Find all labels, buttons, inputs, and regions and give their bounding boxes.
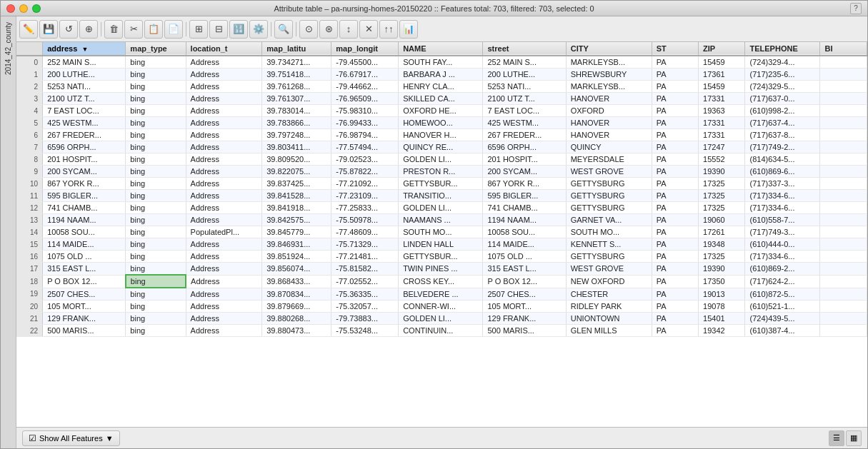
cell-address[interactable]: 595 BIGLER... xyxy=(43,190,126,202)
cell-ST[interactable]: PA xyxy=(652,288,698,301)
cell-map_latitu[interactable]: 39.822075... xyxy=(262,166,331,178)
search-button[interactable]: 🔍 xyxy=(274,20,293,39)
cell-NAME[interactable]: SOUTH MO... xyxy=(399,226,483,238)
cell-TELEPHONE[interactable]: (724)439-5... xyxy=(745,313,820,325)
cell-NAME[interactable]: GOLDEN LI... xyxy=(399,153,483,166)
reload-button[interactable]: ↺ xyxy=(59,20,78,39)
cell-BI[interactable] xyxy=(820,141,867,153)
cell-BI[interactable] xyxy=(820,166,867,178)
cell-location_t[interactable]: Address xyxy=(186,56,262,69)
copy-button[interactable]: 📋 xyxy=(144,20,163,39)
cell-location_t[interactable]: Address xyxy=(186,288,262,301)
cell-location_t[interactable]: Address xyxy=(186,117,262,129)
cell-address[interactable]: 201 HOSPIT... xyxy=(43,153,126,166)
cell-location_t[interactable]: Address xyxy=(186,81,262,93)
cell-map_type[interactable]: bing xyxy=(126,313,186,325)
cell-ZIP[interactable]: 19060 xyxy=(699,214,745,226)
cell-street[interactable]: 114 MAIDE... xyxy=(483,238,566,251)
cell-ZIP[interactable]: 17325 xyxy=(699,251,745,263)
open-calc-button[interactable]: 🔢 xyxy=(229,20,248,39)
cell-TELEPHONE[interactable]: (717)637-8... xyxy=(745,129,820,141)
cell-map_type[interactable]: bing xyxy=(126,153,186,166)
cell-location_t[interactable]: Address xyxy=(186,251,262,263)
copy-to-clipboard-button[interactable]: 📊 xyxy=(399,20,418,39)
cell-map_latitu[interactable]: 39.797248... xyxy=(262,129,331,141)
col-header-city[interactable]: CITY xyxy=(566,42,652,56)
cell-CITY[interactable]: UNIONTOWN xyxy=(566,313,652,325)
cell-map_latitu[interactable]: 39.846931... xyxy=(262,238,331,251)
cell-TELEPHONE[interactable]: (717)637-0... xyxy=(745,93,820,105)
cell-TELEPHONE[interactable]: (610)444-0... xyxy=(745,238,820,251)
cell-ZIP[interactable]: 15459 xyxy=(699,81,745,93)
cell-map_type[interactable]: bing xyxy=(126,275,186,288)
cell-ST[interactable]: PA xyxy=(652,153,698,166)
cell-map_longit[interactable]: -75.53248... xyxy=(331,325,399,337)
cell-map_latitu[interactable]: 39.783866... xyxy=(262,117,331,129)
cell-map_latitu[interactable]: 39.751418... xyxy=(262,69,331,81)
col-header-map-longit[interactable]: map_longit xyxy=(331,42,399,56)
cell-map_longit[interactable]: -77.23109... xyxy=(331,190,399,202)
cell-location_t[interactable]: Address xyxy=(186,166,262,178)
cell-BI[interactable] xyxy=(820,313,867,325)
minimize-button[interactable] xyxy=(19,4,28,13)
cell-NAME[interactable]: OXFORD HE... xyxy=(399,105,483,117)
cell-street[interactable]: 2100 UTZ T... xyxy=(483,93,566,105)
cell-address[interactable]: 105 MORT... xyxy=(43,301,126,313)
cell-street[interactable]: 1075 OLD ... xyxy=(483,251,566,263)
cell-address[interactable]: 114 MAIDE... xyxy=(43,238,126,251)
cell-NAME[interactable]: TRANSITIO... xyxy=(399,190,483,202)
cell-BI[interactable] xyxy=(820,238,867,251)
cell-address[interactable]: 129 FRANK... xyxy=(43,313,126,325)
cell-NAME[interactable]: BELVEDERE ... xyxy=(399,288,483,301)
cell-map_type[interactable]: bing xyxy=(126,325,186,337)
cell-BI[interactable] xyxy=(820,275,867,288)
cell-ST[interactable]: PA xyxy=(652,178,698,190)
save-button[interactable]: 💾 xyxy=(39,20,58,39)
cell-location_t[interactable]: Address xyxy=(186,153,262,166)
cell-map_longit[interactable]: -75.50978... xyxy=(331,214,399,226)
cell-map_longit[interactable]: -77.57494... xyxy=(331,141,399,153)
cell-street[interactable]: 200 SYCAM... xyxy=(483,166,566,178)
cell-street[interactable]: 201 HOSPIT... xyxy=(483,153,566,166)
cell-CITY[interactable]: GARNET VA... xyxy=(566,214,652,226)
col-header-map-type[interactable]: map_type xyxy=(126,42,186,56)
cell-CITY[interactable]: NEW OXFORD xyxy=(566,275,652,288)
cell-ST[interactable]: PA xyxy=(652,226,698,238)
cell-address[interactable]: 2100 UTZ T... xyxy=(43,93,126,105)
cell-location_t[interactable]: PopulatedPl... xyxy=(186,226,262,238)
cell-map_latitu[interactable]: 39.837425... xyxy=(262,178,331,190)
cell-address[interactable]: 6596 ORPH... xyxy=(43,141,126,153)
cell-location_t[interactable]: Address xyxy=(186,301,262,313)
cell-ST[interactable]: PA xyxy=(652,263,698,276)
cell-ZIP[interactable]: 19390 xyxy=(699,166,745,178)
cell-map_latitu[interactable]: 39.880473... xyxy=(262,325,331,337)
cell-map_type[interactable]: bing xyxy=(126,178,186,190)
cell-street[interactable]: 867 YORK R... xyxy=(483,178,566,190)
cell-map_type[interactable]: bing xyxy=(126,166,186,178)
cell-ST[interactable]: PA xyxy=(652,166,698,178)
cell-map_type[interactable]: bing xyxy=(126,69,186,81)
cell-map_latitu[interactable]: 39.841528... xyxy=(262,190,331,202)
cell-map_latitu[interactable]: 39.868433... xyxy=(262,275,331,288)
cell-BI[interactable] xyxy=(820,214,867,226)
cell-ZIP[interactable]: 15552 xyxy=(699,153,745,166)
cell-map_latitu[interactable]: 39.761268... xyxy=(262,81,331,93)
cell-ST[interactable]: PA xyxy=(652,313,698,325)
cell-TELEPHONE[interactable]: (610)872-5... xyxy=(745,288,820,301)
cell-ST[interactable]: PA xyxy=(652,275,698,288)
cell-BI[interactable] xyxy=(820,129,867,141)
cell-TELEPHONE[interactable]: (610)558-7... xyxy=(745,214,820,226)
col-header-location-t[interactable]: location_t xyxy=(186,42,262,56)
cell-location_t[interactable]: Address xyxy=(186,105,262,117)
cell-CITY[interactable]: HANOVER xyxy=(566,129,652,141)
cell-BI[interactable] xyxy=(820,301,867,313)
cell-NAME[interactable]: GETTYSBUR... xyxy=(399,178,483,190)
cell-ST[interactable]: PA xyxy=(652,129,698,141)
delete-column-button[interactable]: ⊟ xyxy=(209,20,228,39)
cell-location_t[interactable]: Address xyxy=(186,263,262,276)
cell-street[interactable]: 7 EAST LOC... xyxy=(483,105,566,117)
cell-map_type[interactable]: bing xyxy=(126,190,186,202)
cell-BI[interactable] xyxy=(820,202,867,214)
cell-location_t[interactable]: Address xyxy=(186,202,262,214)
cell-CITY[interactable]: SHREWSBURY xyxy=(566,69,652,81)
